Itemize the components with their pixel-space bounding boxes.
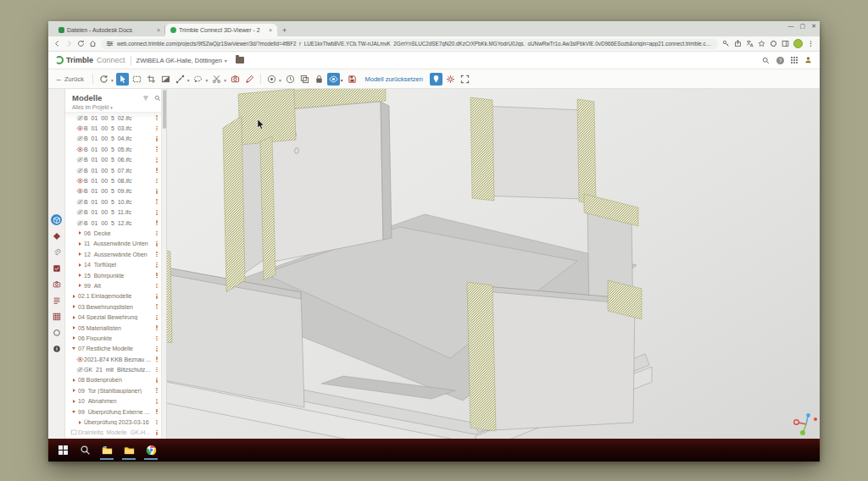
section-tool-dropdown-caret[interactable]: ▾	[224, 78, 226, 83]
model-folder-row[interactable]: 14_Torflügel	[65, 259, 166, 269]
side-panel-icon[interactable]	[782, 40, 789, 47]
model-row[interactable]: B_01_00_5_06.ifc	[65, 155, 166, 165]
snapshot-tool[interactable]	[229, 73, 242, 86]
rail-status[interactable]	[51, 327, 62, 338]
folder-collapsed-icon[interactable]	[79, 263, 81, 267]
item-menu-icon[interactable]	[153, 231, 160, 236]
model-row[interactable]: B_01_00_5_02.ifc	[65, 113, 166, 123]
model-row[interactable]: B_01_00_5_07.ifc	[65, 165, 166, 175]
crop-tool[interactable]	[145, 73, 158, 86]
model-row[interactable]: B_01_00_5_09.ifc	[65, 186, 166, 196]
item-menu-icon[interactable]	[153, 147, 160, 152]
project-explorer-folder-icon[interactable]	[236, 57, 244, 64]
item-menu-icon[interactable]	[153, 346, 160, 351]
rail-models[interactable]	[51, 214, 62, 225]
folder-collapsed-icon[interactable]	[73, 295, 75, 298]
item-menu-icon[interactable]	[153, 199, 160, 204]
folder-collapsed-icon[interactable]	[79, 421, 81, 424]
forward-icon[interactable]	[65, 40, 73, 47]
model-row[interactable]: B_01_00_5_11.ifc	[65, 207, 166, 218]
model-row[interactable]: 2021-874 KKB Beznau ...	[65, 354, 166, 364]
item-menu-icon[interactable]	[153, 252, 160, 257]
password-key-icon[interactable]	[722, 40, 730, 47]
axis-gizmo[interactable]	[794, 413, 817, 435]
ghost-mode-tool[interactable]	[265, 73, 278, 86]
lock-tool[interactable]	[313, 73, 326, 86]
section-tool[interactable]	[210, 73, 223, 86]
item-menu-icon[interactable]	[153, 136, 160, 141]
visibility-off-eye-icon[interactable]	[76, 168, 84, 174]
model-row[interactable]: Drainleitg_Modelle_GK-H...	[65, 428, 166, 438]
visibility-off-eye-icon[interactable]	[76, 115, 84, 121]
model-folder-row[interactable]: 08 Bodenproben	[65, 375, 166, 385]
model-folder-row[interactable]: 99_Überprüfung Externe ...	[65, 406, 166, 417]
url-bar[interactable]: web.connect.trimble.com/projects/9fSZwQj…	[101, 39, 718, 49]
item-menu-icon[interactable]	[153, 158, 160, 163]
model-folder-row[interactable]: Überprüfung 2023-03-16	[65, 417, 166, 427]
taskbar-explorer-button[interactable]	[97, 440, 116, 460]
item-menu-icon[interactable]	[153, 357, 160, 362]
folder-collapsed-icon[interactable]	[73, 379, 75, 382]
item-menu-icon[interactable]	[153, 409, 160, 414]
item-menu-icon[interactable]	[153, 168, 160, 173]
folder-expanded-icon[interactable]	[72, 411, 75, 413]
folder-collapsed-icon[interactable]	[79, 242, 81, 246]
folder-collapsed-icon[interactable]	[73, 316, 75, 319]
model-row[interactable]: B_01_00_5_08.ifc	[65, 175, 166, 185]
browser-menu-icon[interactable]	[807, 40, 815, 47]
share-icon[interactable]	[734, 40, 742, 47]
model-folder-row[interactable]: 99_Alt	[65, 280, 166, 290]
model-folder-row[interactable]: 10_Abnahmen	[65, 396, 166, 406]
browser-tab-1[interactable]: Trimble Connect 3D-Viewer - 2×	[165, 24, 277, 36]
model-row[interactable]: B_01_00_5_10.ifc	[65, 196, 166, 207]
tab-close-icon[interactable]: ×	[157, 27, 160, 33]
item-menu-icon[interactable]	[153, 210, 160, 215]
rect-select-tool[interactable]	[131, 73, 143, 86]
extensions-icon[interactable]	[770, 40, 777, 47]
trimble-connect-logo[interactable]: Trimble Connect	[55, 56, 125, 64]
taskbar-start-button[interactable]	[53, 440, 72, 460]
apps-grid-icon[interactable]	[791, 57, 798, 64]
help-icon[interactable]: ?	[776, 57, 784, 64]
folder-collapsed-icon[interactable]	[73, 336, 75, 340]
measure-tool[interactable]	[174, 73, 186, 86]
item-menu-icon[interactable]	[153, 325, 160, 330]
folder-expanded-icon[interactable]	[72, 347, 75, 350]
item-menu-icon[interactable]	[153, 284, 160, 289]
orbit-tool[interactable]	[97, 73, 110, 86]
visibility-on-eye-icon[interactable]	[76, 147, 84, 152]
visibility-off-eye-icon[interactable]	[76, 157, 84, 163]
item-menu-icon[interactable]	[153, 115, 160, 120]
model-folder-row[interactable]: 07 Restliche Modelle	[65, 344, 166, 354]
visibility-off-eye-icon[interactable]	[76, 220, 84, 226]
item-menu-icon[interactable]	[153, 420, 160, 425]
item-menu-icon[interactable]	[153, 263, 160, 268]
folder-collapsed-icon[interactable]	[79, 252, 81, 256]
item-menu-icon[interactable]	[153, 315, 160, 320]
browser-profile-avatar[interactable]	[793, 39, 803, 48]
taskbar-folder-button[interactable]	[120, 440, 138, 460]
model-folder-row[interactable]: 12_Aussenwände Oben	[65, 249, 166, 259]
new-tab-button[interactable]: +	[282, 26, 287, 35]
reset-model-button[interactable]: Modell zurücksetzen	[360, 75, 428, 83]
compare-tool[interactable]	[298, 73, 311, 86]
taskbar-search-button[interactable]	[75, 440, 94, 460]
folder-collapsed-icon[interactable]	[73, 326, 75, 329]
panel-search-icon[interactable]	[154, 95, 161, 102]
folder-collapsed-icon[interactable]	[79, 231, 81, 235]
model-row[interactable]: B_01_00_5_04.ifc	[65, 134, 166, 144]
3d-viewport[interactable]	[167, 89, 820, 441]
bookmark-star-icon[interactable]	[758, 40, 765, 47]
model-folder-row[interactable]: 15_Bohrpunkte	[65, 270, 166, 280]
model-folder-row[interactable]: 11_Aussenwände Unten	[65, 239, 166, 249]
visibility-off-eye-icon[interactable]	[76, 199, 84, 205]
user-avatar[interactable]	[804, 56, 813, 64]
scrollbar-thumb[interactable]	[163, 90, 166, 129]
visibility-on-eye-icon[interactable]	[76, 188, 84, 194]
back-icon[interactable]	[53, 40, 61, 47]
item-menu-icon[interactable]	[153, 241, 160, 246]
minimize-icon[interactable]: —	[788, 23, 794, 30]
visibility-on-eye-icon[interactable]	[76, 357, 84, 362]
visibility-off-eye-icon[interactable]	[76, 367, 84, 373]
tab-close-icon[interactable]: ×	[269, 27, 272, 33]
